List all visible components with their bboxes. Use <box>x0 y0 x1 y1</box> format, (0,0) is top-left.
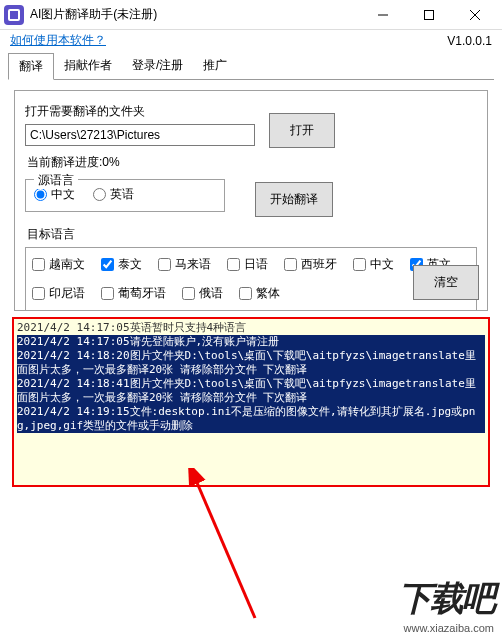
folder-path-input[interactable] <box>25 124 255 146</box>
svg-rect-1 <box>425 10 434 19</box>
log-line[interactable]: 2021/4/2 14:18:20图片文件夹D:\tools\桌面\下载吧\ai… <box>17 349 485 377</box>
maximize-button[interactable] <box>406 0 452 30</box>
open-button[interactable]: 打开 <box>269 113 335 148</box>
target-language-group: 越南文 泰文 马来语 日语 西班牙 中文 英文 印尼语 葡萄牙语 俄语 繁体 <box>25 247 477 311</box>
window-controls <box>360 0 498 30</box>
log-box[interactable]: 2021/4/2 14:17:05英语暂时只支持4种语言 2021/4/2 14… <box>12 317 490 487</box>
radio-en-input[interactable] <box>93 188 106 201</box>
topbar: 如何使用本软件？ V1.0.0.1 <box>0 30 502 49</box>
log-line[interactable]: 2021/4/2 14:17:05英语暂时只支持4种语言 <box>17 321 485 335</box>
tab-translate[interactable]: 翻译 <box>8 53 54 80</box>
watermark-url: www.xiazaiba.com <box>398 622 494 634</box>
minimize-button[interactable] <box>360 0 406 30</box>
check-ru[interactable]: 俄语 <box>182 285 223 302</box>
check-zh[interactable]: 中文 <box>353 256 394 273</box>
check-th[interactable]: 泰文 <box>101 256 142 273</box>
radio-zh-input[interactable] <box>34 188 47 201</box>
main-panel: 打开需要翻译的文件夹 打开 当前翻译进度:0% 源语言 中文 英语 开始翻译 目… <box>14 90 488 311</box>
progress-text: 当前翻译进度:0% <box>27 154 477 171</box>
radio-en[interactable]: 英语 <box>93 186 134 203</box>
close-button[interactable] <box>452 0 498 30</box>
titlebar: AI图片翻译助手(未注册) <box>0 0 502 30</box>
check-ms[interactable]: 马来语 <box>158 256 211 273</box>
target-language-title: 目标语言 <box>27 226 477 243</box>
tab-promote[interactable]: 推广 <box>193 53 237 79</box>
check-ja[interactable]: 日语 <box>227 256 268 273</box>
window-title: AI图片翻译助手(未注册) <box>30 6 360 23</box>
clear-button[interactable]: 清空 <box>413 265 479 300</box>
check-vi[interactable]: 越南文 <box>32 256 85 273</box>
check-tc[interactable]: 繁体 <box>239 285 280 302</box>
tab-login[interactable]: 登录/注册 <box>122 53 193 79</box>
source-language-title: 源语言 <box>34 172 78 189</box>
log-line[interactable]: 2021/4/2 14:18:41图片文件夹D:\tools\桌面\下载吧\ai… <box>17 377 485 405</box>
watermark: 下载吧 www.xiazaiba.com <box>398 576 494 634</box>
annotation-arrow-icon <box>160 468 280 628</box>
folder-label: 打开需要翻译的文件夹 <box>25 103 255 120</box>
check-es[interactable]: 西班牙 <box>284 256 337 273</box>
version-label: V1.0.0.1 <box>447 34 492 48</box>
watermark-text: 下载吧 <box>398 576 494 622</box>
log-line[interactable]: 2021/4/2 14:17:05请先登陆账户,没有账户请注册 <box>17 335 485 349</box>
start-translate-button[interactable]: 开始翻译 <box>255 182 333 217</box>
svg-line-4 <box>195 478 255 618</box>
tabs: 翻译 捐献作者 登录/注册 推广 <box>8 53 494 80</box>
check-pt[interactable]: 葡萄牙语 <box>101 285 166 302</box>
tab-donate[interactable]: 捐献作者 <box>54 53 122 79</box>
log-line[interactable]: 2021/4/2 14:19:15文件:desktop.ini不是压缩的图像文件… <box>17 405 485 433</box>
source-language-group: 源语言 中文 英语 <box>25 179 225 212</box>
check-id[interactable]: 印尼语 <box>32 285 85 302</box>
app-icon <box>4 5 24 25</box>
help-link[interactable]: 如何使用本软件？ <box>10 32 106 49</box>
